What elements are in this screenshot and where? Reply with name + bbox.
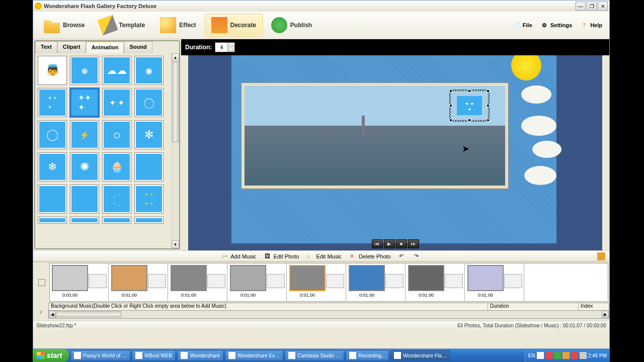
transition-thumb[interactable] (445, 274, 463, 288)
restore-button[interactable]: ❐ (587, 2, 597, 11)
timeline-thumb[interactable] (52, 265, 88, 291)
close-button[interactable]: ✕ (598, 2, 608, 11)
animation-thumb[interactable]: ❄ (38, 153, 66, 181)
transition-thumb[interactable] (385, 274, 404, 288)
file-button[interactable]: 📄File (510, 20, 535, 31)
cloud-clipart[interactable] (521, 116, 556, 136)
next-button[interactable]: ⏭ (408, 239, 419, 248)
animation-thumb[interactable]: ○ (103, 121, 131, 149)
resize-handle[interactable] (487, 119, 490, 122)
stop-button[interactable]: ■ (396, 239, 407, 248)
transition-thumb[interactable] (148, 274, 166, 288)
scroll-up-button[interactable]: ▲ (172, 53, 179, 61)
tray-icon[interactable] (545, 352, 552, 359)
tab-clipart[interactable]: Clipart (57, 41, 86, 53)
animation-thumb[interactable]: ◉ (135, 56, 163, 84)
resize-handle[interactable] (487, 89, 490, 93)
animation-thumb[interactable] (38, 217, 66, 223)
taskbar-task[interactable]: Recording... (346, 350, 389, 361)
tray-icon[interactable] (571, 352, 578, 359)
edit-photo-button[interactable]: 🖼Edit Photo (265, 253, 299, 260)
taskbar-task[interactable]: WBool WEB (132, 350, 176, 361)
animation-thumb[interactable] (135, 217, 163, 223)
taskbar-task[interactable]: Wondershare (177, 350, 223, 361)
animation-thumb[interactable]: ⚡ (70, 121, 99, 149)
duration-input[interactable] (215, 43, 227, 52)
language-indicator[interactable]: EN (528, 353, 535, 358)
timeline-thumb[interactable] (171, 265, 207, 291)
animation-thumb[interactable] (135, 153, 163, 181)
animation-thumb[interactable]: ✦✦ ✦ (70, 88, 99, 117)
timeline-lead-icon[interactable] (38, 279, 45, 286)
resize-handle[interactable] (449, 89, 452, 93)
transition-thumb[interactable] (326, 274, 344, 288)
view-toggle-icon[interactable] (597, 252, 605, 260)
animation-thumb[interactable]: ◯ (38, 121, 66, 149)
timeline-thumb[interactable] (467, 265, 504, 291)
timeline-thumb[interactable] (289, 265, 326, 291)
cloud-clipart[interactable] (532, 141, 561, 158)
panel-scrollbar[interactable]: ▲ ▼ (171, 53, 179, 248)
animation-thumb[interactable] (70, 185, 99, 213)
add-music-button[interactable]: ♪+Add Music (221, 253, 256, 260)
scroll-thumb[interactable] (56, 311, 121, 317)
canvas-viewport[interactable]: ✦ ✦✦ ➤ ⏮ ▶ ■ ⏭ (181, 55, 609, 250)
tray-icon[interactable] (562, 352, 570, 359)
scroll-right-button[interactable]: ▶ (602, 311, 609, 318)
taskbar-task[interactable]: Passy's World of … (70, 350, 130, 361)
prev-button[interactable]: ⏮ (372, 239, 383, 248)
timeline-thumb[interactable] (349, 265, 385, 291)
tab-animation[interactable]: Animation (86, 41, 124, 53)
resize-handle[interactable] (487, 104, 490, 107)
scroll-thumb[interactable] (172, 62, 179, 142)
timeline-thumb[interactable] (230, 265, 266, 291)
animation-thumb[interactable] (103, 217, 131, 223)
animation-thumb[interactable]: ◯ (135, 88, 163, 117)
timeline-thumb[interactable] (111, 265, 147, 291)
resize-handle[interactable] (468, 89, 471, 93)
clock[interactable]: 2:46 PM (588, 353, 607, 358)
help-button[interactable]: ?Help (577, 20, 605, 31)
animation-thumb[interactable]: 👼 (38, 56, 66, 84)
duration-spinner[interactable]: ▲▼ (215, 42, 235, 52)
tab-text[interactable]: Text (35, 41, 57, 53)
tray-icon[interactable] (537, 352, 544, 359)
resize-handle[interactable] (449, 119, 452, 122)
edit-music-button[interactable]: ♪Edit Music (307, 253, 342, 260)
rotate-right-button[interactable]: ↷ (414, 253, 421, 260)
animation-thumb[interactable]: • •• • (135, 185, 163, 213)
publish-button[interactable]: Publish (265, 14, 318, 37)
animation-thumb[interactable]: ☁☁ (103, 56, 131, 84)
timeline-thumb[interactable] (408, 265, 444, 291)
cloud-clipart[interactable] (521, 85, 551, 104)
transition-thumb[interactable] (504, 274, 522, 288)
resize-handle[interactable] (468, 119, 471, 122)
spin-down-button[interactable]: ▼ (227, 47, 234, 52)
animation-thumb[interactable]: . ·· . (103, 185, 131, 213)
animation-thumb[interactable]: • • • (38, 88, 66, 117)
settings-button[interactable]: ⚙Settings (537, 20, 575, 31)
template-button[interactable]: Template (93, 14, 151, 37)
transition-thumb[interactable] (89, 274, 107, 288)
spin-up-button[interactable]: ▲ (227, 43, 234, 47)
play-button[interactable]: ▶ (384, 239, 395, 248)
tray-icon[interactable] (580, 352, 587, 359)
transition-thumb[interactable] (267, 274, 285, 288)
taskbar-task[interactable]: Camtasia Studio … (285, 350, 344, 361)
start-button[interactable]: start (33, 349, 69, 362)
rotate-left-button[interactable]: ↶ (399, 253, 406, 260)
effect-button[interactable]: Effect (153, 14, 202, 37)
sun-clipart[interactable] (511, 55, 541, 80)
timeline-scrollbar[interactable]: ◀ ▶ (48, 311, 609, 319)
transition-thumb[interactable] (207, 274, 225, 288)
selection-box[interactable]: ✦ ✦✦ (450, 90, 489, 121)
taskbar-task[interactable]: Wondershare Fla… (390, 350, 450, 361)
animation-thumb[interactable]: 🧁 (103, 153, 131, 181)
animation-thumb[interactable] (38, 185, 66, 213)
tab-sound[interactable]: Sound (124, 41, 152, 53)
decorate-button[interactable]: Decorate (205, 14, 263, 37)
resize-handle[interactable] (449, 104, 452, 107)
scroll-left-button[interactable]: ◀ (49, 311, 56, 318)
taskbar-task[interactable]: Wondershare Ex… (225, 350, 283, 361)
delete-photo-button[interactable]: ✕Delete Photo (350, 253, 391, 260)
